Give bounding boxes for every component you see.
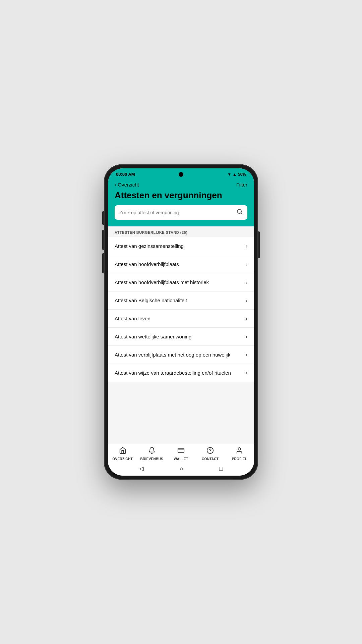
home-gesture-icon[interactable]: ○ <box>180 465 183 472</box>
phone-frame: 00:00 AM ▼ ▲ 50% ‹ Overzicht Filter Atte… <box>104 164 258 480</box>
status-icons: ▼ ▲ 50% <box>227 172 246 177</box>
content-area: ATTESTEN BURGERLIJKE STAND (25) Attest v… <box>108 226 254 444</box>
list-item-chevron-icon: › <box>246 316 247 322</box>
page-title: Attesten en vergunningen <box>115 190 247 201</box>
list-item[interactable]: Attest van wijze van teraardebestelling … <box>108 364 254 382</box>
back-gesture-icon[interactable]: ◁ <box>139 465 144 472</box>
list-item[interactable]: Attest van leven › <box>108 310 254 328</box>
recents-gesture-icon[interactable]: □ <box>219 465 223 472</box>
section-header: ATTESTEN BURGERLIJKE STAND (25) <box>108 226 254 237</box>
screen: 00:00 AM ▼ ▲ 50% ‹ Overzicht Filter Atte… <box>108 168 254 476</box>
list-item-text: Attest van Belgische nationaliteit <box>115 297 246 304</box>
list-item-chevron-icon: › <box>246 243 247 249</box>
wifi-icon: ▼ <box>227 172 231 177</box>
list-item[interactable]: Attest van Belgische nationaliteit › <box>108 291 254 310</box>
list-item-text: Attest van wettelijke samenwoning <box>115 333 246 340</box>
back-chevron-icon: ‹ <box>115 181 116 187</box>
svg-point-6 <box>238 448 241 450</box>
list-item-chevron-icon: › <box>246 370 247 376</box>
search-input[interactable] <box>119 210 234 215</box>
svg-line-1 <box>241 213 242 214</box>
list-item-chevron-icon: › <box>246 298 247 304</box>
search-container <box>115 205 247 220</box>
bottom-navigation: OVERZICHT BRIEVENBUS WALLET CONTACT PROF… <box>108 444 254 462</box>
list-item-text: Attest van hoofdverblijfplaats met histo… <box>115 279 246 286</box>
svg-rect-2 <box>178 448 184 453</box>
status-time: 00:00 AM <box>116 172 135 177</box>
side-button-vol-up <box>102 230 104 250</box>
wallet-icon <box>177 447 185 456</box>
page-header: ‹ Overzicht Filter Attesten en vergunnin… <box>108 179 254 226</box>
list-item-text: Attest van wijze van teraardebestelling … <box>115 369 246 376</box>
gesture-bar: ◁ ○ □ <box>108 462 254 476</box>
profiel-label: PROFIEL <box>232 457 247 461</box>
list-item[interactable]: Attest van gezinssamenstelling › <box>108 237 254 255</box>
wallet-label: WALLET <box>174 457 188 461</box>
overzicht-label: OVERZICHT <box>112 457 132 461</box>
back-button[interactable]: ‹ Overzicht <box>115 181 139 187</box>
signal-icon: ▲ <box>233 172 237 177</box>
list-item[interactable]: Attest van wettelijke samenwoning › <box>108 328 254 346</box>
list-item-text: Attest van leven <box>115 315 246 322</box>
list-item-text: Attest van hoofdverblijfplaats <box>115 261 246 268</box>
side-button-power <box>258 231 260 258</box>
list-item-chevron-icon: › <box>246 334 247 340</box>
list-item-text: Attest van verblijfplaats met het oog op… <box>115 351 246 358</box>
filter-button[interactable]: Filter <box>236 182 247 187</box>
contact-icon <box>206 447 214 456</box>
side-button-mute <box>102 211 104 225</box>
attesten-list: Attest van gezinssamenstelling › Attest … <box>108 237 254 382</box>
nav-item-brievenbus[interactable]: BRIEVENBUS <box>140 447 164 461</box>
nav-item-overzicht[interactable]: OVERZICHT <box>111 447 134 461</box>
search-icon <box>237 209 243 216</box>
list-item-chevron-icon: › <box>246 352 247 358</box>
list-item[interactable]: Attest van verblijfplaats met het oog op… <box>108 346 254 364</box>
list-item-chevron-icon: › <box>246 261 247 267</box>
battery-indicator: 50% <box>238 172 246 177</box>
brievenbus-label: BRIEVENBUS <box>140 457 163 461</box>
side-button-vol-down <box>102 253 104 273</box>
list-item[interactable]: Attest van hoofdverblijfplaats met histo… <box>108 273 254 291</box>
camera-dot <box>179 172 183 177</box>
back-label: Overzicht <box>118 182 139 187</box>
nav-item-wallet[interactable]: WALLET <box>169 447 193 461</box>
overzicht-icon <box>119 447 126 456</box>
contact-label: CONTACT <box>202 457 219 461</box>
brievenbus-icon <box>148 447 156 456</box>
list-item-text: Attest van gezinssamenstelling <box>115 243 246 250</box>
nav-item-contact[interactable]: CONTACT <box>198 447 222 461</box>
header-nav: ‹ Overzicht Filter <box>115 181 247 187</box>
profiel-icon <box>236 447 243 456</box>
list-item[interactable]: Attest van hoofdverblijfplaats › <box>108 255 254 273</box>
nav-item-profiel[interactable]: PROFIEL <box>228 447 251 461</box>
list-item-chevron-icon: › <box>246 279 247 285</box>
status-bar: 00:00 AM ▼ ▲ 50% <box>108 168 254 179</box>
